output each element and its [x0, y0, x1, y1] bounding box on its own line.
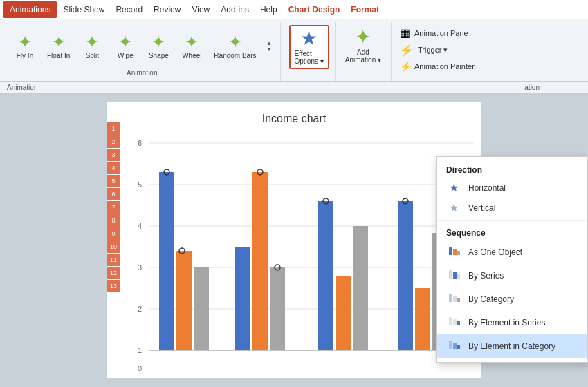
- as-one-object-item[interactable]: As One Object: [437, 240, 587, 264]
- by-element-category-item[interactable]: By Element in Category: [437, 334, 587, 358]
- ribbon-scroll[interactable]: ▲▼: [264, 40, 275, 53]
- svg-rect-31: [453, 319, 457, 325]
- menu-record[interactable]: Record: [110, 3, 148, 17]
- svg-text:6: 6: [138, 139, 142, 147]
- menu-slideshow[interactable]: Slide Show: [57, 3, 110, 17]
- wipe-btn[interactable]: ✦ Wipe: [110, 31, 140, 62]
- horizontal-icon: ★: [446, 181, 461, 194]
- row-10: 10: [107, 240, 120, 253]
- svg-text:0: 0: [138, 364, 142, 372]
- dropdown-menu: Direction ★ Horizontal ★ Vertical Sequen…: [436, 156, 588, 363]
- row-9: 9: [107, 227, 120, 240]
- row-6: 6: [107, 188, 120, 200]
- animation-painter-label: Animation Painter: [414, 62, 475, 70]
- bar-g2-blue: [235, 247, 250, 350]
- bar-g3-orange: [336, 276, 351, 350]
- random-bars-label: Random Bars: [214, 52, 256, 59]
- direction-title: Direction: [437, 161, 587, 178]
- ribbon: ✦ Fly In ✦ Float In ✦ Split ✦ Wipe ✦ Sha…: [0, 19, 588, 82]
- bar-g2-gray: [270, 267, 285, 350]
- menu-addins[interactable]: Add-ins: [215, 3, 255, 17]
- effect-options-label: EffectOptions ▾: [295, 50, 324, 65]
- row-numbers: 1 2 3 4 5 6 7 8 9 10 11 12 13: [107, 122, 120, 293]
- by-element-series-item[interactable]: By Element in Series: [437, 311, 587, 334]
- wheel-btn[interactable]: ✦ Wheel: [176, 31, 207, 62]
- split-btn[interactable]: ✦ Split: [77, 31, 107, 62]
- chart-svg: Income chart 6 5 4 3 2 1 0: [107, 102, 481, 378]
- row-1: 1: [107, 122, 120, 135]
- animation-pane-row[interactable]: ▦ Animation Pane: [397, 25, 477, 41]
- effect-options-group: ★ EffectOptions ▾: [284, 22, 335, 81]
- animation-buttons: ✦ Fly In ✦ Float In ✦ Split ✦ Wipe ✦ Sha…: [10, 23, 275, 69]
- animation-painter-row[interactable]: ⚡ Animation Painter: [397, 59, 477, 73]
- row-2: 2: [107, 135, 120, 148]
- menu-format[interactable]: Format: [345, 3, 385, 17]
- vertical-item[interactable]: ★ Vertical: [437, 198, 587, 218]
- bar-g1-gray: [194, 267, 209, 350]
- shape-btn[interactable]: ✦ Shape: [143, 31, 174, 62]
- menu-bar: Animations Slide Show Record Review View…: [0, 0, 588, 19]
- svg-rect-24: [449, 270, 452, 279]
- svg-rect-32: [457, 321, 460, 325]
- bar-g4-blue: [398, 201, 413, 350]
- svg-text:3: 3: [138, 263, 142, 272]
- wipe-label: Wipe: [118, 52, 134, 59]
- by-element-series-label: By Element in Series: [468, 318, 545, 328]
- svg-rect-30: [449, 317, 452, 325]
- svg-rect-27: [449, 294, 452, 302]
- vertical-icon: ★: [446, 201, 461, 214]
- menu-view[interactable]: View: [186, 3, 215, 17]
- bar-g4-orange: [415, 288, 430, 350]
- float-in-icon: ✦: [52, 34, 66, 50]
- effect-options-btn[interactable]: ★ EffectOptions ▾: [289, 25, 329, 69]
- fly-in-label: Fly In: [17, 52, 33, 59]
- wheel-label: Wheel: [182, 52, 201, 59]
- svg-rect-33: [449, 341, 452, 349]
- wheel-icon: ✦: [185, 34, 199, 50]
- main-content: 1 2 3 4 5 6 7 8 9 10 11 12 13 Income cha…: [0, 94, 588, 387]
- as-one-object-icon: [446, 244, 461, 261]
- random-bars-btn[interactable]: ✦ Random Bars: [210, 31, 260, 62]
- horizontal-item[interactable]: ★ Horizontal: [437, 178, 587, 198]
- svg-rect-23: [457, 251, 460, 255]
- svg-text:2: 2: [138, 305, 142, 313]
- sequence-title: Sequence: [437, 224, 587, 240]
- slide-wrapper: 1 2 3 4 5 6 7 8 9 10 11 12 13 Income cha…: [107, 102, 481, 380]
- by-series-icon: [446, 267, 461, 284]
- float-in-btn[interactable]: ✦ Float In: [43, 31, 74, 62]
- animation-pane-label: Animation Pane: [414, 29, 468, 37]
- svg-rect-26: [457, 274, 460, 279]
- shape-label: Shape: [149, 52, 169, 59]
- menu-chartdesign[interactable]: Chart Design: [283, 3, 346, 17]
- row-5: 5: [107, 175, 120, 187]
- svg-text:5: 5: [138, 180, 142, 189]
- svg-rect-35: [457, 345, 460, 349]
- chart-title: Income chart: [262, 113, 327, 124]
- add-animation-icon: ✦: [355, 28, 371, 47]
- add-animation-label: AddAnimation ▾: [345, 48, 381, 64]
- add-animation-group: ✦ AddAnimation ▾: [335, 22, 392, 81]
- row-4: 4: [107, 162, 120, 174]
- bar-g3-gray: [353, 226, 368, 350]
- by-element-series-icon: [446, 314, 461, 331]
- fly-in-btn[interactable]: ✦ Fly In: [10, 31, 40, 62]
- row-11: 11: [107, 254, 120, 266]
- by-element-category-label: By Element in Category: [468, 341, 555, 351]
- svg-rect-29: [457, 298, 460, 302]
- vertical-label: Vertical: [468, 203, 495, 213]
- divider-1: [437, 220, 587, 221]
- split-icon: ✦: [85, 34, 99, 50]
- right-group: ▦ Animation Pane ⚡ Trigger ▾ ⚡ Animation…: [392, 22, 483, 81]
- svg-rect-28: [453, 296, 457, 302]
- by-series-label: By Series: [468, 271, 504, 281]
- split-label: Split: [86, 52, 99, 59]
- by-series-item[interactable]: By Series: [437, 264, 587, 287]
- by-category-item[interactable]: By Category: [437, 287, 587, 311]
- add-animation-btn[interactable]: ✦ AddAnimation ▾: [341, 25, 385, 66]
- menu-review[interactable]: Review: [148, 3, 186, 17]
- menu-animations[interactable]: Animations: [3, 1, 57, 18]
- sub-label-ation: ation: [524, 84, 540, 91]
- animation-pane-icon: ▦: [400, 26, 410, 39]
- trigger-row[interactable]: ⚡ Trigger ▾: [397, 42, 477, 58]
- menu-help[interactable]: Help: [255, 3, 283, 17]
